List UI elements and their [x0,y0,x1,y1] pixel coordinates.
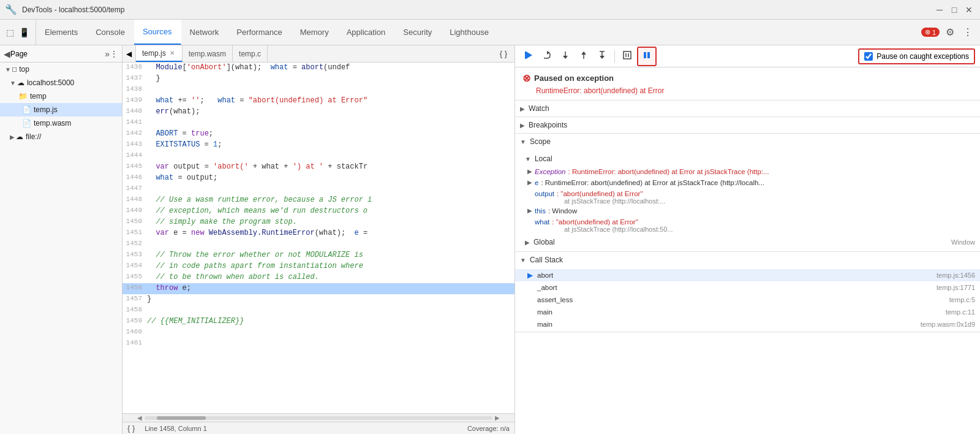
statusbar: { } Line 1458, Column 1 Coverage: n/a [123,422,514,434]
line-num-1455: 1455 [123,272,147,283]
code-line-1457: 1457 } [123,294,514,305]
filetree-back-button[interactable]: ◀ [4,49,10,59]
tab-memory[interactable]: Memory [292,20,338,45]
tab-lighthouse[interactable]: Lighthouse [441,20,498,45]
line-num-1452: 1452 [123,239,147,250]
code-line-1454: 1454 // in code paths apart from instant… [123,261,514,272]
blackbox-button[interactable] [619,48,636,65]
format-icon[interactable]: { } [127,424,135,433]
line-content-1453: // Throw the error whether or not MODULA… [147,250,514,261]
scope-item-exception[interactable]: ▶ Exception : RuntimeError: abort(undefi… [515,167,980,178]
resume-button[interactable] [520,48,537,65]
settings-button[interactable]: ⚙ [943,24,957,40]
tree-item-temp[interactable]: 📁 temp [0,89,122,103]
scope-e-arrow[interactable]: ▶ [527,179,532,186]
scroll-right-arrow[interactable]: ▶ [492,414,502,421]
scope-e-val: : RuntimeError: abort(undefined) at Erro… [541,179,975,186]
step-over-button[interactable] [538,48,556,65]
tab-elements[interactable]: Elements [36,20,87,45]
watch-section-header[interactable]: ▶ Watch [515,101,980,116]
inspect-tool-button[interactable]: ⬚ [5,26,15,39]
callstack-item-abort[interactable]: ▶ abort temp.js:1456 [515,269,980,281]
callstack-item-assert[interactable]: assert_less temp.c:5 [515,294,980,306]
tree-item-tempjs[interactable]: 📄 temp.js [0,103,122,116]
global-section-header[interactable]: ▶ Global Window [515,234,980,250]
scope-this-arrow[interactable]: ▶ [527,207,532,214]
tree-item-filescheme[interactable]: ▶ ☁ file:// [0,130,122,143]
scope-item-this[interactable]: ▶ this : Window [515,206,980,217]
close-button[interactable]: ✕ [963,4,975,16]
source-tabs: ◀ temp.js ✕ temp.wasm temp.c { } [123,45,514,63]
callstack-arrow: ▼ [520,257,526,264]
source-tab-tempc[interactable]: temp.c [233,45,268,62]
tab-application[interactable]: Application [338,20,395,45]
toolbar-separator [614,50,615,63]
filetree-header: ◀ Page » ⋮ [0,45,122,63]
source-tab-tempjs-close[interactable]: ✕ [168,49,176,57]
device-toolbar-button[interactable]: 📱 [18,26,31,39]
scope-item-e[interactable]: ▶ e : RuntimeError: abort(undefined) at … [515,178,980,189]
callstack-item-main-wasm[interactable]: main temp.wasm:0x1d9 [515,318,980,330]
scope-item-what[interactable]: ▶ what : "abort(undefined) at Error" at … [515,217,980,234]
code-line-1449: 1449 // exception, which means we'd run … [123,206,514,217]
tree-item-tempwasm[interactable]: 📄 temp.wasm [0,116,122,130]
filetree-more-button[interactable]: » [105,49,110,59]
tab-performance[interactable]: Performance [228,20,291,45]
svg-marker-7 [581,51,586,55]
source-tab-back[interactable]: ◀ [123,45,136,62]
line-content-1446: what = output; [147,173,514,184]
minimize-button[interactable]: ─ [933,4,946,16]
callstack-section-header[interactable]: ▼ Call Stack [515,252,980,268]
debugger-scroll[interactable]: ⊗ Paused on exception RuntimeError: abor… [515,67,980,434]
callstack-item-abort2[interactable]: _abort temp.js:1771 [515,281,980,294]
tab-console[interactable]: Console [87,20,134,45]
titlebar-title: DevTools - localhost:5000/temp [22,6,929,14]
error-badge[interactable]: ⊗ 1 [921,28,940,37]
breakpoints-label: Breakpoints [529,121,567,129]
step-button[interactable] [594,48,611,65]
svg-marker-9 [600,56,605,59]
format-button[interactable]: { } [496,47,511,61]
source-area: ◀ temp.js ✕ temp.wasm temp.c { } 1436 Mo… [123,45,514,434]
callstack-item-main-c[interactable]: main temp.c:11 [515,306,980,318]
scope-section-header[interactable]: ▼ Scope [515,134,980,150]
line-content-1452 [147,239,514,250]
scope-exception-arrow[interactable]: ▶ [527,168,532,175]
tree-item-localhost[interactable]: ▼ ☁ localhost:5000 [0,76,122,89]
tree-item-top[interactable]: ▼ □ top [0,63,122,76]
step-out-button[interactable] [575,48,592,65]
pause-exceptions-button[interactable] [637,47,657,66]
breakpoints-section-header[interactable]: ▶ Breakpoints [515,117,980,133]
scope-section: ▼ Scope ▼ Local ▶ Exception : RuntimeErr… [515,134,980,252]
code-line-1444: 1444 [123,151,514,162]
code-editor[interactable]: 1436 Module['onAbort'](what); what = abo… [123,63,514,413]
filetree-menu-button[interactable]: ⋮ [110,49,118,59]
pause-exception-checkbox[interactable] [864,52,873,61]
source-tab-tempwasm[interactable]: temp.wasm [183,45,233,62]
scroll-track[interactable] [145,416,492,420]
tab-network[interactable]: Network [181,20,228,45]
source-tab-tempjs[interactable]: temp.js ✕ [136,45,183,62]
devtools-icon: 🔧 [5,4,17,15]
local-section-header[interactable]: ▼ Local [515,151,980,167]
callstack-loc-main-wasm: temp.wasm:0x1d9 [921,321,975,328]
line-content-1443: EXITSTATUS = 1; [147,140,514,151]
step-into-button[interactable] [557,48,574,65]
tab-security[interactable]: Security [394,20,441,45]
code-line-1460: 1460 [123,327,514,338]
line-num-1440: 1440 [123,107,147,118]
scope-this-key: this [535,207,546,215]
maximize-button[interactable]: □ [948,4,960,16]
line-content-1442: ABORT = true; [147,129,514,140]
filetree-body: ▼ □ top ▼ ☁ localhost:5000 📁 temp 📄 temp… [0,63,122,434]
line-content-1458 [147,305,514,316]
callstack-name-abort: abort [537,272,937,279]
scroll-thumb[interactable] [157,416,206,420]
scroll-left-arrow[interactable]: ◀ [135,414,145,421]
horizontal-scrollbar[interactable]: ◀ ▶ [123,413,514,422]
more-tools-button[interactable]: ⋮ [960,24,975,40]
code-line-1455: 1455 // to be thrown when abort is calle… [123,272,514,283]
code-line-1445: 1445 var output = 'abort(' + what + ') a… [123,162,514,173]
tab-sources[interactable]: Sources [134,20,181,45]
scope-item-output[interactable]: ▶ output : "abort(undefined) at Error" a… [515,189,980,206]
